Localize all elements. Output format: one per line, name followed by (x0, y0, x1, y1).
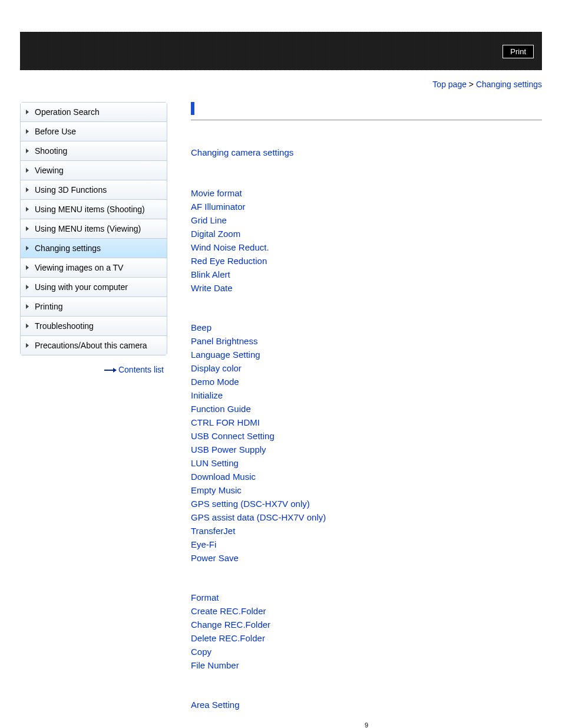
list-item: Wind Noise Reduct. (191, 242, 542, 252)
setting-link-eye-fi[interactable]: Eye-Fi (191, 539, 216, 549)
setting-link-ctrl-for-hdmi[interactable]: CTRL FOR HDMI (191, 417, 260, 427)
setting-link-wind-noise-reduct[interactable]: Wind Noise Reduct. (191, 242, 269, 252)
setting-link-language-setting[interactable]: Language Setting (191, 350, 260, 360)
setting-link-usb-power-supply[interactable]: USB Power Supply (191, 444, 266, 454)
list-item: Create REC.Folder (191, 606, 542, 616)
list-item: Beep (191, 322, 542, 332)
link-list-1: BeepPanel BrightnessLanguage SettingDisp… (191, 322, 542, 563)
page-title-row (191, 102, 542, 120)
title-marker-icon (191, 102, 194, 115)
list-item: Eye-Fi (191, 539, 542, 549)
sidebar-item-before-use[interactable]: Before Use (21, 122, 167, 141)
setting-link-red-eye-reduction[interactable]: Red Eye Reduction (191, 256, 267, 266)
list-item: TransferJet (191, 526, 542, 536)
setting-link-digital-zoom[interactable]: Digital Zoom (191, 229, 240, 239)
header-black-band: Print (20, 32, 542, 70)
setting-link-lun-setting[interactable]: LUN Setting (191, 458, 239, 468)
setting-link-area-setting[interactable]: Area Setting (191, 700, 240, 710)
list-item: Copy (191, 647, 542, 657)
list-item: Empty Music (191, 485, 542, 495)
page-number: 9 (191, 722, 542, 728)
setting-link-write-date[interactable]: Write Date (191, 283, 233, 293)
setting-link-copy[interactable]: Copy (191, 647, 211, 657)
sidebar-item-precautions-about-this-camera[interactable]: Precautions/About this camera (21, 336, 167, 355)
sidebar-item-troubleshooting[interactable]: Troubleshooting (21, 317, 167, 336)
contents-list-row: Contents list (20, 355, 167, 374)
setting-link-file-number[interactable]: File Number (191, 660, 239, 670)
breadcrumb-current: Changing settings (476, 80, 542, 89)
contents-list-link[interactable]: Contents list (118, 365, 164, 374)
list-item: File Number (191, 660, 542, 670)
setting-link-grid-line[interactable]: Grid Line (191, 215, 227, 225)
setting-link-demo-mode[interactable]: Demo Mode (191, 377, 239, 387)
setting-link-transferjet[interactable]: TransferJet (191, 526, 235, 536)
setting-link-display-color[interactable]: Display color (191, 363, 242, 373)
setting-link-delete-rec-folder[interactable]: Delete REC.Folder (191, 633, 265, 643)
setting-link-usb-connect-setting[interactable]: USB Connect Setting (191, 431, 275, 441)
sidebar: Operation SearchBefore UseShootingViewin… (20, 102, 167, 355)
setting-link-format[interactable]: Format (191, 592, 219, 602)
list-item: Language Setting (191, 350, 542, 360)
print-button[interactable]: Print (503, 45, 534, 58)
sidebar-item-operation-search[interactable]: Operation Search (21, 103, 167, 122)
setting-link-function-guide[interactable]: Function Guide (191, 404, 251, 414)
breadcrumb-sep: > (469, 80, 474, 89)
setting-link-empty-music[interactable]: Empty Music (191, 485, 242, 495)
sidebar-item-using-with-your-computer[interactable]: Using with your computer (21, 278, 167, 297)
list-item: Format (191, 592, 542, 602)
top-white-bar (20, 0, 542, 32)
list-item: CTRL FOR HDMI (191, 417, 542, 427)
list-item: Panel Brightness (191, 336, 542, 346)
list-item: Write Date (191, 283, 542, 293)
sidebar-item-shooting[interactable]: Shooting (21, 141, 167, 161)
setting-link-power-save[interactable]: Power Save (191, 553, 239, 563)
list-item: Delete REC.Folder (191, 633, 542, 643)
list-item: USB Power Supply (191, 444, 542, 454)
setting-link-change-rec-folder[interactable]: Change REC.Folder (191, 620, 270, 630)
list-item: Grid Line (191, 215, 542, 225)
setting-link-af-illuminator[interactable]: AF Illuminator (191, 202, 246, 212)
link-list-0: Movie formatAF IlluminatorGrid LineDigit… (191, 188, 542, 293)
list-item: LUN Setting (191, 458, 542, 468)
link-list-2: FormatCreate REC.FolderChange REC.Folder… (191, 592, 542, 670)
sidebar-item-viewing-images-on-a-tv[interactable]: Viewing images on a TV (21, 258, 167, 278)
list-item: Initialize (191, 390, 542, 400)
sidebar-item-using-menu-items-shooting[interactable]: Using MENU items (Shooting) (21, 200, 167, 219)
sidebar-item-using-3d-functions[interactable]: Using 3D Functions (21, 180, 167, 200)
setting-link-panel-brightness[interactable]: Panel Brightness (191, 336, 257, 346)
setting-link-movie-format[interactable]: Movie format (191, 188, 242, 198)
link-list-3: Area Setting (191, 700, 542, 710)
list-item: GPS setting (DSC-HX7V only) (191, 499, 542, 509)
list-item: Download Music (191, 472, 542, 482)
list-item: Power Save (191, 553, 542, 563)
list-item: Change REC.Folder (191, 620, 542, 630)
list-item: Display color (191, 363, 542, 373)
breadcrumb: Top page > Changing settings (20, 70, 542, 102)
list-item: USB Connect Setting (191, 431, 542, 441)
sidebar-item-viewing[interactable]: Viewing (21, 161, 167, 180)
main-content: Changing camera settings Movie formatAF … (167, 102, 542, 728)
sidebar-item-printing[interactable]: Printing (21, 297, 167, 317)
breadcrumb-top-page[interactable]: Top page (432, 80, 467, 89)
list-item: Red Eye Reduction (191, 256, 542, 266)
sidebar-item-using-menu-items-viewing[interactable]: Using MENU items (Viewing) (21, 219, 167, 239)
setting-link-gps-assist-data-dsc-hx7v-only[interactable]: GPS assist data (DSC-HX7V only) (191, 512, 326, 522)
section-heading-link[interactable]: Changing camera settings (191, 147, 293, 157)
list-item: Movie format (191, 188, 542, 198)
list-item: AF Illuminator (191, 202, 542, 212)
setting-link-initialize[interactable]: Initialize (191, 390, 223, 400)
setting-link-beep[interactable]: Beep (191, 322, 211, 332)
setting-link-create-rec-folder[interactable]: Create REC.Folder (191, 606, 266, 616)
sidebar-item-changing-settings[interactable]: Changing settings (21, 239, 167, 258)
list-item: GPS assist data (DSC-HX7V only) (191, 512, 542, 522)
list-item: Function Guide (191, 404, 542, 414)
list-item: Blink Alert (191, 269, 542, 279)
arrow-right-icon (104, 370, 116, 371)
setting-link-blink-alert[interactable]: Blink Alert (191, 269, 230, 279)
list-item: Demo Mode (191, 377, 542, 387)
list-item: Digital Zoom (191, 229, 542, 239)
setting-link-download-music[interactable]: Download Music (191, 472, 256, 482)
list-item: Area Setting (191, 700, 542, 710)
setting-link-gps-setting-dsc-hx7v-only[interactable]: GPS setting (DSC-HX7V only) (191, 499, 310, 509)
